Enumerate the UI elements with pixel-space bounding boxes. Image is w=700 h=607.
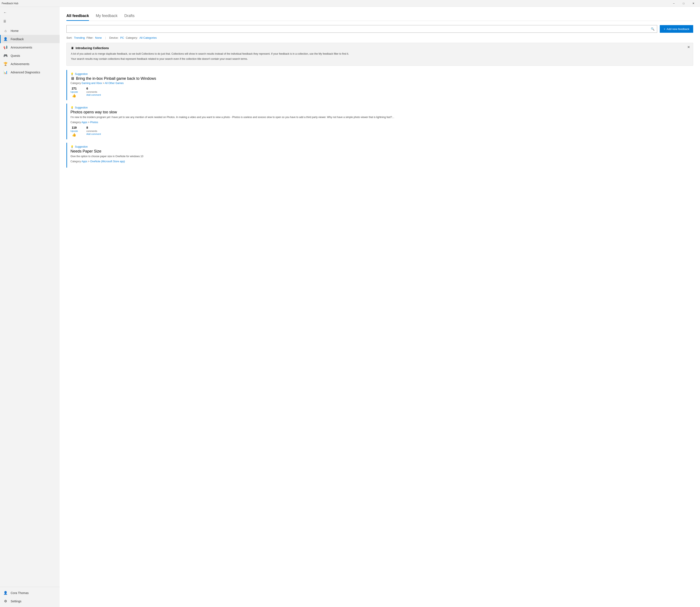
sidebar-item-settings[interactable]: ⚙ Settings (0, 597, 60, 605)
device-value[interactable]: PC (120, 36, 124, 39)
category-label: Category: (126, 36, 138, 39)
sidebar-item-diagnostics[interactable]: 📊 Advanced Diagnostics (0, 68, 60, 76)
feedback-type-1: 💡 Suggestion (71, 72, 693, 76)
banner-text-2: Your search results may contain collecti… (71, 57, 689, 61)
lightbulb-icon-2: 💡 (71, 106, 74, 109)
add-button-label: Add new feedback (666, 27, 689, 30)
sidebar-bottom: 👤 Cora Thomas ⚙ Settings (0, 587, 60, 607)
sidebar-label-user: Cora Thomas (11, 591, 29, 595)
hamburger-button[interactable]: ☰ (0, 17, 9, 25)
category-link-gaming[interactable]: Gaming and Xbox (82, 82, 102, 85)
sidebar-top: ← ☰ (0, 7, 60, 26)
settings-icon: ⚙ (3, 599, 8, 603)
category-link-other-games[interactable]: All Other Games (105, 82, 124, 85)
add-comment-link-2[interactable]: Add comment (86, 133, 101, 135)
lightbulb-icon-1: 💡 (71, 72, 74, 76)
sidebar-label-home: Home (11, 29, 19, 33)
feedback-type-2: 💡 Suggestion (71, 106, 693, 109)
banner-text-1: A lot of you asked us to merge duplicate… (71, 52, 689, 56)
comments-label-1: comments (86, 90, 97, 93)
filter-value[interactable]: None (95, 36, 102, 39)
sidebar-label-diagnostics: Advanced Diagnostics (11, 70, 40, 74)
sidebar-item-achievements[interactable]: 🏆 Achievements (0, 60, 60, 68)
filter-separator: | (105, 36, 106, 39)
feedback-item: 💡 Suggestion 🖥 Bring the in-box Pinball … (66, 70, 693, 100)
sidebar-nav: ⌂ Home 👤 Feedback 📢 Announcements 🎮 Ques… (0, 26, 60, 587)
home-icon: ⌂ (3, 29, 8, 33)
info-banner: ✕ 🖥 Introducing Collections A lot of you… (66, 43, 693, 66)
sidebar-label-feedback: Feedback (11, 38, 24, 41)
sort-value[interactable]: Trending (74, 36, 85, 39)
feedback-title-2: Photos opens way too slow (71, 110, 693, 114)
user-icon: 👤 (3, 591, 8, 595)
upvote-label-1[interactable]: Upvote (71, 90, 78, 93)
banner-close-button[interactable]: ✕ (687, 45, 690, 49)
feedback-type-label-1: Suggestion (75, 72, 88, 76)
feedback-title-monitor-icon-1: 🖥 (71, 76, 74, 81)
search-input[interactable] (68, 27, 650, 30)
feedback-type-label-3: Suggestion (75, 145, 88, 148)
titlebar: Feedback Hub – □ ✕ (0, 0, 700, 7)
sidebar: ← ☰ ⌂ Home 👤 Feedback 📢 Announcements 🎮 … (0, 7, 60, 607)
comments-count-1: 6 (86, 87, 88, 90)
feedback-title-text-3: Needs Paper Size (71, 149, 101, 153)
search-box: 🔍 (66, 25, 657, 33)
feedback-desc-2: I'm new to the insiders program yet I ha… (71, 115, 693, 119)
feedback-vote-1: 271 Upvote 👍 (71, 87, 78, 98)
maximize-button[interactable]: □ (679, 0, 688, 7)
sidebar-item-quests[interactable]: 🎮 Quests (0, 51, 60, 60)
feedback-title-3: Needs Paper Size (71, 149, 693, 153)
tabs: All feedback My feedback Drafts (66, 12, 693, 21)
feedback-category-2: Category Apps > Photos (71, 121, 693, 124)
upvote-label-2[interactable]: Upvote (71, 130, 78, 132)
thumbsup-icon-2[interactable]: 👍 (72, 133, 76, 137)
tab-drafts[interactable]: Drafts (124, 12, 135, 21)
category-link-apps-2[interactable]: Apps (81, 121, 87, 124)
close-button[interactable]: ✕ (688, 0, 698, 7)
feedback-comments-1: 6 comments Add comment (86, 87, 101, 96)
banner-title-text: Introducing Collections (76, 46, 109, 50)
achievements-icon: 🏆 (3, 62, 8, 66)
search-button[interactable]: 🔍 (650, 26, 655, 32)
feedback-item-3: 💡 Suggestion Needs Paper Size Give the o… (66, 143, 693, 168)
add-comment-link-1[interactable]: Add comment (86, 93, 101, 96)
feedback-category-3: Category Apps > OneNote (Microsoft Store… (71, 160, 693, 163)
hamburger-icon: ☰ (3, 20, 6, 23)
banner-monitor-icon: 🖥 (71, 46, 74, 50)
back-button[interactable]: ← (0, 8, 10, 17)
thumbsup-icon-1[interactable]: 👍 (72, 93, 76, 98)
minimize-button[interactable]: – (669, 0, 679, 7)
feedback-vote-2: 119 Upvote 👍 (71, 126, 78, 137)
filter-row: Sort: Trending Filter: None | Device: PC… (66, 36, 693, 39)
vote-count-1: 271 (72, 87, 77, 90)
comments-label-2: comments (86, 130, 97, 132)
sidebar-item-user[interactable]: 👤 Cora Thomas (0, 589, 60, 597)
tab-all-feedback[interactable]: All feedback (66, 12, 89, 21)
feedback-type-3: 💡 Suggestion (71, 145, 693, 148)
sidebar-label-announcements: Announcements (11, 46, 32, 49)
sort-label: Sort: (66, 36, 72, 39)
feedback-comments-2: 8 comments Add comment (86, 126, 101, 135)
lightbulb-icon-3: 💡 (71, 145, 74, 148)
banner-title: 🖥 Introducing Collections (71, 46, 689, 50)
device-label: Device: (109, 36, 118, 39)
add-new-feedback-button[interactable]: + Add new feedback (660, 25, 693, 33)
sidebar-item-home[interactable]: ⌂ Home (0, 27, 60, 35)
filter-label: Filter: (86, 36, 94, 39)
sidebar-item-announcements[interactable]: 📢 Announcements (0, 43, 60, 51)
feedback-title-1: 🖥 Bring the in-box Pinball game back to … (71, 76, 693, 81)
category-value[interactable]: All Categories (139, 36, 157, 39)
feedback-desc-3: Give the option to choose paper size in … (71, 154, 693, 158)
sidebar-item-feedback[interactable]: 👤 Feedback (0, 35, 60, 43)
category-link-photos[interactable]: Photos (90, 121, 98, 124)
sidebar-label-achievements: Achievements (11, 62, 29, 66)
sidebar-label-quests: Quests (11, 54, 20, 58)
announcements-icon: 📢 (3, 45, 8, 49)
category-link-onenote[interactable]: OneNote (Microsoft Store app) (90, 160, 125, 163)
category-link-apps-3[interactable]: Apps (81, 160, 87, 163)
tab-my-feedback[interactable]: My feedback (96, 12, 118, 21)
feedback-type-label-2: Suggestion (75, 106, 88, 109)
feedback-actions-2: 119 Upvote 👍 8 comments Add comment (71, 126, 693, 137)
main-content: All feedback My feedback Drafts 🔍 + Add … (60, 7, 700, 607)
feedback-title-text-2: Photos opens way too slow (71, 110, 117, 114)
